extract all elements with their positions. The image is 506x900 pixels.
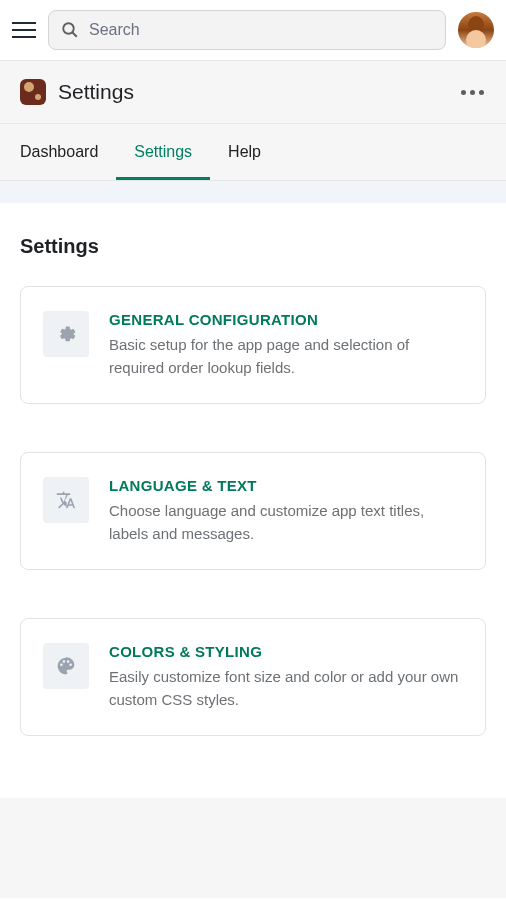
- card-content: LANGUAGE & TEXT Choose language and cust…: [109, 477, 463, 545]
- palette-icon: [56, 656, 76, 676]
- card-icon-box: [43, 643, 89, 689]
- card-desc: Easily customize font size and color or …: [109, 666, 463, 711]
- tab-help[interactable]: Help: [210, 124, 279, 180]
- card-icon-box: [43, 311, 89, 357]
- app-icon: [20, 79, 46, 105]
- footer-area: [0, 798, 506, 898]
- content-title: Settings: [20, 235, 486, 258]
- card-content: COLORS & STYLING Easily customize font s…: [109, 643, 463, 711]
- gear-icon: [56, 324, 76, 344]
- search-placeholder: Search: [89, 21, 140, 39]
- page-title: Settings: [58, 80, 134, 104]
- more-icon[interactable]: [457, 86, 488, 99]
- title-row: Settings: [0, 61, 506, 124]
- svg-line-1: [72, 32, 77, 37]
- card-title: COLORS & STYLING: [109, 643, 463, 660]
- card-title: GENERAL CONFIGURATION: [109, 311, 463, 328]
- card-desc: Basic setup for the app page and selecti…: [109, 334, 463, 379]
- language-icon: [56, 490, 76, 510]
- search-input[interactable]: Search: [48, 10, 446, 50]
- card-content: GENERAL CONFIGURATION Basic setup for th…: [109, 311, 463, 379]
- top-bar: Search: [0, 0, 506, 61]
- tab-settings[interactable]: Settings: [116, 124, 210, 180]
- svg-point-0: [63, 23, 74, 34]
- avatar[interactable]: [458, 12, 494, 48]
- title-left: Settings: [20, 79, 134, 105]
- card-language-text[interactable]: LANGUAGE & TEXT Choose language and cust…: [20, 452, 486, 570]
- tabs: Dashboard Settings Help: [0, 124, 506, 181]
- menu-icon[interactable]: [12, 18, 36, 42]
- card-general-configuration[interactable]: GENERAL CONFIGURATION Basic setup for th…: [20, 286, 486, 404]
- tab-dashboard[interactable]: Dashboard: [20, 124, 116, 180]
- card-icon-box: [43, 477, 89, 523]
- card-title: LANGUAGE & TEXT: [109, 477, 463, 494]
- divider-bar: [0, 181, 506, 203]
- search-icon: [61, 21, 79, 39]
- card-colors-styling[interactable]: COLORS & STYLING Easily customize font s…: [20, 618, 486, 736]
- content: Settings GENERAL CONFIGURATION Basic set…: [0, 203, 506, 768]
- card-desc: Choose language and customize app text t…: [109, 500, 463, 545]
